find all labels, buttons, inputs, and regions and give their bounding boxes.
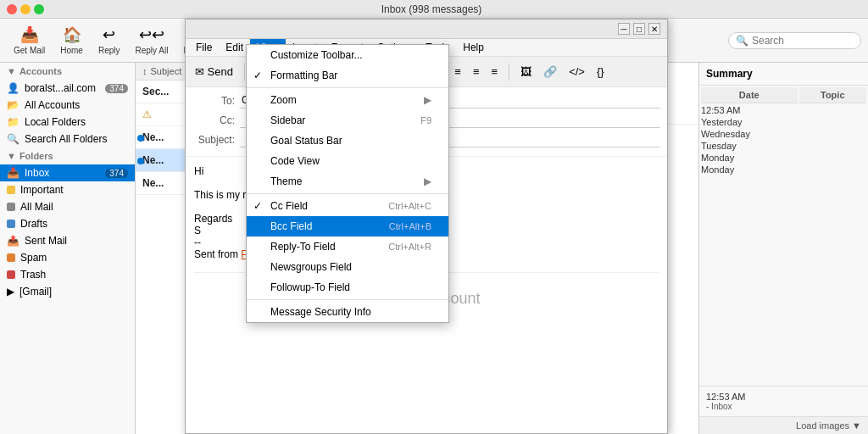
summary-time-2: Yesterday xyxy=(701,117,798,127)
maximize-button[interactable] xyxy=(34,4,44,14)
date-column-header: Date xyxy=(701,87,798,103)
compose-send-button[interactable]: ✉ Send xyxy=(191,64,237,80)
summary-table: Date Topic 12:53 AM Yesterday Wednesday … xyxy=(699,86,868,176)
sent-icon: 📤 xyxy=(7,235,19,247)
compose-close-button[interactable]: ✕ xyxy=(648,23,660,35)
menu-bcc-field[interactable]: Bcc Field Ctrl+Alt+B xyxy=(247,216,448,236)
account-badge: 374 xyxy=(105,84,128,93)
list-button[interactable]: ≡ xyxy=(487,64,503,80)
menu-separator-3 xyxy=(247,299,448,300)
drafts-dot xyxy=(7,220,15,228)
compose-title-bar: ─ □ ✕ xyxy=(186,19,667,39)
spam-dot xyxy=(7,253,15,262)
html-button[interactable]: {} xyxy=(593,64,609,80)
menu-cc-field[interactable]: ✓ Cc Field Ctrl+Alt+C xyxy=(247,196,448,216)
menu-message-security-info[interactable]: Message Security Info xyxy=(247,302,448,322)
menu-followup-to-field-label: Followup-To Field xyxy=(270,281,350,293)
menu-sidebar-label: Sidebar xyxy=(270,114,305,126)
folders-section[interactable]: ▼ Folders xyxy=(0,147,135,164)
compose-menu-file[interactable]: File xyxy=(189,39,219,56)
compose-menu-help[interactable]: Help xyxy=(456,39,491,56)
sidebar-item-drafts[interactable]: Drafts xyxy=(0,215,135,232)
cc-label: Cc: xyxy=(192,114,235,126)
sidebar-item-trash[interactable]: Trash xyxy=(0,266,135,283)
accounts-section[interactable]: ▼ Accounts xyxy=(0,63,135,80)
get-mail-button[interactable]: 📥 Get Mail xyxy=(7,22,52,58)
folders-label: Folders xyxy=(19,151,53,161)
search-input[interactable] xyxy=(752,35,854,47)
menu-zoom[interactable]: Zoom ▶ xyxy=(247,90,448,110)
menu-formatting-bar[interactable]: ✓ Formatting Bar xyxy=(247,65,448,86)
menu-code-view[interactable]: Code View xyxy=(247,151,448,171)
message-list-sort-icon: ↕ xyxy=(142,66,147,76)
all-mail-label: All Mail xyxy=(20,201,53,213)
align-left-button[interactable]: ≡ xyxy=(450,64,465,80)
summary-topic-3 xyxy=(799,129,866,139)
search-area: 🔍 xyxy=(728,32,861,49)
menu-newsgroups-field-label: Newsgroups Field xyxy=(270,261,352,273)
summary-panel: Summary Date Topic 12:53 AM Yesterday We… xyxy=(698,63,868,434)
bcc-field-shortcut: Ctrl+Alt+B xyxy=(389,221,431,231)
menu-goal-status-bar[interactable]: Goal Status Bar xyxy=(247,131,448,151)
reply-all-button[interactable]: ↩↩ Reply All xyxy=(129,22,175,58)
sidebar-item-sent[interactable]: 📤 Sent Mail xyxy=(0,232,135,249)
cc-field-shortcut: Ctrl+Alt+C xyxy=(388,201,431,211)
sidebar-item-spam[interactable]: Spam xyxy=(0,249,135,266)
search-all-icon: 🔍 xyxy=(7,133,19,145)
inbox-label: Inbox xyxy=(25,167,49,179)
sidebar-item-all-mail[interactable]: All Mail xyxy=(0,198,135,215)
unread-dot xyxy=(137,135,144,142)
window-title: Inbox (998 messages) xyxy=(44,3,819,15)
menu-customize-toolbar[interactable]: Customize Toolbar... xyxy=(247,45,448,65)
sidebar-item-all-accounts[interactable]: 📂 All Accounts xyxy=(0,97,135,114)
unread-dot xyxy=(137,158,144,164)
menu-separator-1 xyxy=(247,87,448,88)
minimize-button[interactable] xyxy=(20,4,31,14)
cc-field-check: ✓ xyxy=(253,200,262,212)
image-button[interactable]: 🖼 xyxy=(516,64,536,80)
sidebar-item-important[interactable]: Important xyxy=(0,181,135,198)
folders-collapse-icon: ▼ xyxy=(7,151,16,161)
home-button[interactable]: 🏠 Home xyxy=(53,22,90,58)
load-images-button[interactable]: Load images ▼ xyxy=(796,420,861,431)
link-button[interactable]: 🔗 xyxy=(539,64,561,80)
all-accounts-label: All Accounts xyxy=(25,99,80,111)
search-box[interactable]: 🔍 xyxy=(728,32,861,49)
menu-formatting-bar-label: Formatting Bar xyxy=(270,70,337,81)
sidebar-item-local-folders[interactable]: 📁 Local Folders xyxy=(0,114,135,131)
summary-time-6: Monday xyxy=(701,164,798,175)
code-button[interactable]: </> xyxy=(565,64,589,80)
menu-message-security-info-label: Message Security Info xyxy=(270,306,371,318)
compose-maximize-button[interactable]: □ xyxy=(633,23,645,35)
search-all-label: Search All Folders xyxy=(25,133,107,145)
search-icon: 🔍 xyxy=(736,35,748,47)
important-label: Important xyxy=(20,184,64,196)
compose-minimize-button[interactable]: ─ xyxy=(618,23,630,35)
summary-topic-6 xyxy=(799,164,866,175)
align-center-button[interactable]: ≡ xyxy=(469,64,484,80)
menu-bcc-field-label: Bcc Field xyxy=(270,220,312,232)
compose-window-controls: ─ □ ✕ xyxy=(618,23,660,35)
menu-sidebar[interactable]: Sidebar F9 xyxy=(247,110,448,131)
menu-newsgroups-field[interactable]: Newsgroups Field xyxy=(247,257,448,277)
menu-reply-to-field-label: Reply-To Field xyxy=(270,241,336,253)
menu-followup-to-field[interactable]: Followup-To Field xyxy=(247,277,448,298)
reply-button[interactable]: ↩ Reply xyxy=(92,22,127,58)
summary-bottom-label: - Inbox xyxy=(706,402,861,411)
sidebar-item-gmail[interactable]: ▶ [Gmail] xyxy=(0,283,135,300)
all-mail-dot xyxy=(7,203,15,211)
sidebar-item-search-all[interactable]: 🔍 Search All Folders xyxy=(0,131,135,147)
summary-time-3: Wednesday xyxy=(701,129,798,139)
menu-reply-to-field[interactable]: Reply-To Field Ctrl+Alt+R xyxy=(247,236,448,257)
drafts-label: Drafts xyxy=(20,218,47,230)
sidebar-item-inbox[interactable]: 📥 Inbox 374 xyxy=(0,164,135,181)
all-accounts-icon: 📂 xyxy=(7,99,19,111)
menu-zoom-label: Zoom xyxy=(270,94,297,106)
topic-column-header: Topic xyxy=(799,87,866,103)
menu-theme[interactable]: Theme ▶ xyxy=(247,171,448,192)
close-button[interactable] xyxy=(7,4,17,14)
sidebar-item-account[interactable]: 👤 boralst...ail.com 374 xyxy=(0,80,135,97)
account-icon: 👤 xyxy=(7,82,19,94)
menu-cc-field-label: Cc Field xyxy=(270,200,308,212)
summary-time-5: Monday xyxy=(701,153,798,163)
